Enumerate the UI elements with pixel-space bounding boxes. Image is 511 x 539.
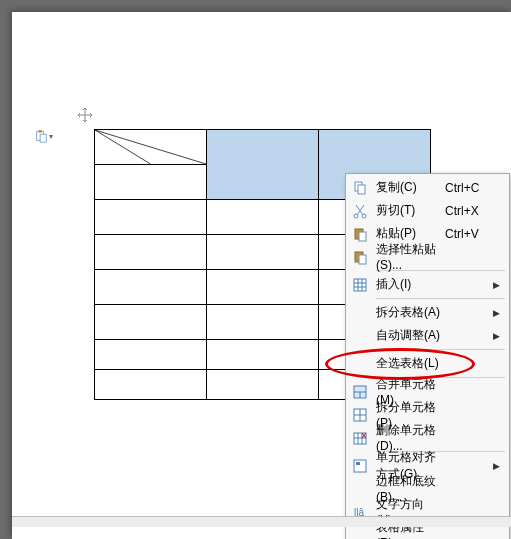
delete-cells-icon [348,430,372,446]
table-cell[interactable] [95,305,207,340]
menu-item-split-table[interactable]: 拆分表格(A) ▶ [348,301,507,324]
svg-line-6 [95,130,151,164]
svg-rect-8 [358,185,365,194]
svg-line-9 [356,205,363,215]
svg-point-12 [362,214,366,218]
menu-item-select-table[interactable]: 全选表格(L) [348,352,507,375]
menu-item-copy[interactable]: 复制(C) Ctrl+C [348,176,507,199]
split-cells-icon [348,407,372,423]
menu-item-cut[interactable]: 剪切(T) Ctrl+X [348,199,507,222]
paste-special-icon [348,249,372,265]
svg-rect-16 [359,255,366,264]
table-cell[interactable] [95,270,207,305]
svg-point-11 [354,214,358,218]
menu-item-insert[interactable]: 插入(I) ▶ [348,273,507,296]
svg-line-10 [357,205,364,215]
svg-rect-35 [356,462,360,465]
copy-icon [348,180,372,196]
table-cell[interactable] [95,340,207,370]
submenu-arrow-icon: ▶ [493,331,507,341]
table-cell[interactable] [207,340,319,370]
context-menu: 复制(C) Ctrl+C 剪切(T) Ctrl+X 粘贴(P) Ctrl+V 选… [345,173,510,539]
table-cell[interactable] [207,370,319,400]
menu-shortcut: Ctrl+C [445,181,493,195]
menu-label: 剪切(T) [372,202,445,219]
svg-rect-14 [359,232,366,241]
horizontal-scrollbar[interactable] [12,516,511,527]
svg-rect-17 [354,279,366,291]
svg-rect-3 [38,130,42,133]
menu-label: 拆分表格(A) [372,304,445,321]
svg-rect-4 [40,134,46,142]
table-cell[interactable] [95,165,207,200]
menu-item-delete-cells[interactable]: 删除单元格(D)... [348,426,507,449]
menu-separator [376,349,505,350]
menu-label: 粘贴(P) [372,225,445,242]
paste-icon [348,226,372,242]
submenu-arrow-icon: ▶ [493,308,507,318]
menu-label: 插入(I) [372,276,445,293]
menu-label: 自动调整(A) [372,327,445,344]
menu-label: 复制(C) [372,179,445,196]
submenu-arrow-icon: ▶ [493,461,507,471]
table-cell[interactable] [207,305,319,340]
table-cell[interactable] [207,235,319,270]
cell-align-icon [348,458,372,474]
menu-label: 全选表格(L) [372,355,445,372]
table-cell[interactable] [95,235,207,270]
table-move-handle[interactable] [77,107,93,123]
table-cell[interactable] [95,200,207,235]
table-cell[interactable] [207,270,319,305]
insert-table-icon [348,277,372,293]
merge-cells-icon [348,384,372,400]
table-cell[interactable] [207,200,319,235]
paste-options-button[interactable]: ▾ [34,127,56,145]
table-cell[interactable] [95,370,207,400]
table-cell-selected[interactable] [207,130,319,200]
table-cell[interactable] [95,130,207,165]
submenu-arrow-icon: ▶ [493,280,507,290]
dropdown-arrow-icon: ▾ [49,132,53,141]
document-area: ▾ 复制(C) Ctrl+C 剪切(T) Ctrl+X [12,12,511,516]
menu-separator [376,298,505,299]
svg-line-5 [95,130,206,164]
menu-item-paste-special[interactable]: 选择性粘贴(S)... [348,245,507,268]
menu-label: 选择性粘贴(S)... [372,241,445,272]
cut-icon [348,203,372,219]
menu-item-auto-fit[interactable]: 自动调整(A) ▶ [348,324,507,347]
svg-rect-34 [354,460,366,472]
menu-shortcut: Ctrl+V [445,227,493,241]
menu-shortcut: Ctrl+X [445,204,493,218]
